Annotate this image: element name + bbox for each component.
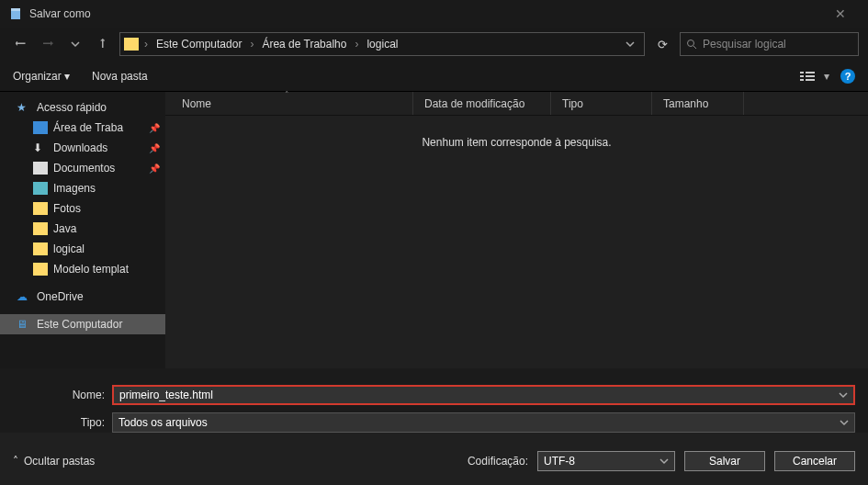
sidebar-item-java[interactable]: Java: [0, 219, 165, 239]
folder-icon: [124, 38, 139, 51]
svg-rect-4: [800, 72, 804, 73]
svg-rect-6: [800, 79, 804, 81]
chevron-down-icon[interactable]: [840, 418, 849, 427]
chevron-down-icon[interactable]: [620, 39, 640, 49]
sidebar-quick-access[interactable]: ★Acesso rápido: [0, 97, 165, 118]
sidebar-item-desktop[interactable]: Área de Traba📌: [0, 118, 165, 138]
up-button[interactable]: 🠕: [92, 33, 114, 55]
sidebar-item-images[interactable]: Imagens: [0, 178, 165, 198]
help-button[interactable]: ?: [840, 69, 855, 84]
chevron-right-icon[interactable]: ›: [142, 38, 150, 51]
column-size[interactable]: Tamanho: [652, 92, 744, 115]
sidebar-item-documents[interactable]: Documentos📌: [0, 158, 165, 178]
footer: ˄Ocultar pastas Codificação: UTF-8 Salva…: [0, 440, 868, 482]
file-list: ˄ Nome Data de modificação Tipo Tamanho …: [165, 92, 868, 368]
sidebar-item-template[interactable]: Modelo templat: [0, 259, 165, 279]
column-modified[interactable]: Data de modificação: [413, 92, 551, 115]
back-button[interactable]: 🠔: [9, 33, 31, 55]
folder-icon: [33, 263, 48, 276]
toolbar: Organizar ▾ Nova pasta ▾ ?: [0, 61, 868, 92]
column-headers: ˄ Nome Data de modificação Tipo Tamanho: [165, 92, 868, 116]
chevron-right-icon[interactable]: ›: [353, 38, 360, 51]
svg-line-3: [693, 46, 696, 49]
sidebar-onedrive[interactable]: ☁OneDrive: [0, 287, 165, 307]
column-type[interactable]: Tipo: [551, 92, 652, 115]
new-folder-button[interactable]: Nova pasta: [92, 70, 148, 83]
breadcrumb-segment[interactable]: logical: [364, 38, 400, 51]
folder-icon: [33, 222, 48, 235]
filetype-label: Tipo:: [13, 416, 112, 429]
sort-indicator-icon: ˄: [285, 90, 289, 99]
svg-rect-7: [806, 72, 815, 73]
search-placeholder: Pesquisar logical: [703, 38, 786, 51]
sidebar-item-logical[interactable]: logical: [0, 239, 165, 259]
folder-icon: [33, 202, 48, 215]
encoding-label: Codificação:: [468, 455, 528, 468]
title-bar: Salvar como ✕: [0, 0, 868, 28]
folder-icon: [33, 242, 48, 255]
encoding-select[interactable]: UTF-8: [537, 451, 675, 471]
sidebar-item-fotos[interactable]: Fotos: [0, 198, 165, 219]
pin-icon: 📌: [149, 164, 160, 174]
view-options-button[interactable]: ▾: [800, 70, 829, 83]
images-icon: [33, 182, 48, 195]
svg-rect-8: [806, 75, 815, 77]
svg-rect-5: [800, 75, 804, 77]
chevron-up-icon: ˄: [13, 455, 18, 468]
chevron-right-icon[interactable]: ›: [248, 38, 255, 51]
desktop-icon: [33, 121, 48, 134]
form-area: Nome: primeiro_teste.html Tipo: Todos os…: [0, 368, 868, 433]
save-button[interactable]: Salvar: [684, 451, 765, 471]
svg-rect-1: [11, 8, 20, 11]
chevron-down-icon: [659, 457, 669, 466]
cancel-button[interactable]: Cancelar: [774, 451, 855, 471]
breadcrumb-segment[interactable]: Área de Trabalho: [259, 38, 349, 51]
close-icon[interactable]: ✕: [822, 6, 859, 21]
column-name[interactable]: Nome: [165, 92, 413, 115]
svg-rect-9: [806, 79, 815, 81]
address-bar[interactable]: › Este Computador › Área de Trabalho › l…: [119, 32, 645, 56]
sidebar-item-downloads[interactable]: ⬇Downloads📌: [0, 138, 165, 158]
organize-menu[interactable]: Organizar ▾: [13, 70, 70, 83]
sidebar-this-pc[interactable]: 🖥Este Computador: [0, 314, 165, 334]
onedrive-icon: ☁: [17, 290, 31, 303]
svg-point-2: [688, 40, 694, 47]
sidebar: ★Acesso rápido Área de Traba📌 ⬇Downloads…: [0, 92, 165, 368]
refresh-button[interactable]: ⟳: [650, 38, 674, 51]
pin-icon: 📌: [149, 143, 160, 153]
hide-folders-button[interactable]: ˄Ocultar pastas: [13, 455, 95, 468]
recent-dropdown[interactable]: [64, 33, 86, 55]
star-icon: ★: [17, 101, 31, 114]
chevron-down-icon[interactable]: [839, 390, 848, 400]
download-icon: ⬇: [33, 141, 48, 154]
nav-bar: 🠔 🠖 🠕 › Este Computador › Área de Trabal…: [0, 28, 868, 61]
search-input[interactable]: Pesquisar logical: [680, 32, 859, 56]
pin-icon: 📌: [149, 123, 160, 133]
pc-icon: 🖥: [17, 318, 31, 331]
empty-message: Nenhum item corresponde à pesquisa.: [165, 136, 868, 149]
filetype-select[interactable]: Todos os arquivos: [112, 412, 855, 433]
search-icon: [686, 39, 697, 50]
filename-label: Nome:: [13, 389, 112, 401]
filename-input[interactable]: primeiro_teste.html: [112, 385, 855, 405]
document-icon: [33, 162, 48, 175]
breadcrumb-segment[interactable]: Este Computador: [153, 38, 244, 51]
notepad-icon: [9, 7, 22, 20]
forward-button[interactable]: 🠖: [37, 33, 59, 55]
window-title: Salvar como: [29, 7, 822, 20]
